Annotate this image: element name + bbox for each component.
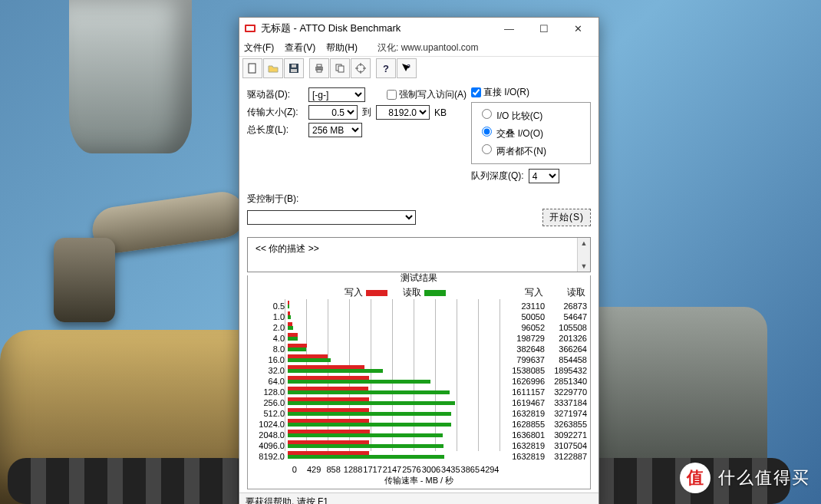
read-value: 105508 — [545, 323, 587, 332]
read-bar — [288, 423, 451, 427]
x-tick: 2147 — [382, 465, 401, 474]
window-title: 无标题 - ATTO Disk Benchmark — [261, 21, 492, 35]
chart-row: 128.016111573229770 — [251, 387, 587, 397]
chart-row: 16.0799637854458 — [251, 354, 587, 365]
value-cell: 96052105508 — [503, 323, 587, 332]
chart-row: 0.52311026873 — [251, 301, 587, 311]
xfer-to-select[interactable]: 8192.0 — [376, 105, 430, 120]
minimize-button[interactable]: — — [492, 20, 526, 37]
force-write-checkbox[interactable]: 强制写入访问(A) — [387, 88, 467, 101]
x-axis-label: 传输速率 - MB / 秒 — [248, 474, 590, 489]
value-cell: 382648366264 — [503, 344, 587, 354]
queue-select[interactable]: 4 — [529, 169, 559, 183]
menu-help[interactable]: 帮助(H) — [326, 41, 358, 54]
value-cell: 16111573229770 — [503, 387, 587, 397]
y-label: 4096.0 — [251, 441, 288, 450]
drive-select[interactable]: [-g-] — [308, 87, 365, 102]
read-value: 26873 — [545, 301, 587, 311]
value-cell: 799637854458 — [503, 355, 587, 364]
x-tick: 1288 — [343, 465, 362, 474]
radio-overlap[interactable]: 交叠 I/O(O) — [478, 124, 584, 141]
scroll-up-icon[interactable]: ▲ — [578, 238, 590, 249]
read-value: 3337184 — [545, 398, 587, 407]
radio-neither[interactable]: 两者都不(N) — [478, 141, 584, 159]
x-tick: 4294 — [480, 465, 500, 474]
controlled-select[interactable] — [247, 210, 416, 225]
bar-cell — [288, 430, 503, 440]
description-text: << 你的描述 >> — [256, 243, 319, 254]
help-button[interactable]: ? — [376, 58, 396, 78]
legend-read-swatch — [424, 290, 446, 296]
direct-io-checkbox[interactable]: 直接 I/O(R) — [471, 84, 591, 102]
read-bar — [288, 390, 450, 394]
y-label: 128.0 — [251, 387, 288, 397]
title-bar[interactable]: 无标题 - ATTO Disk Benchmark — ☐ ✕ — [239, 18, 598, 39]
radio-compare[interactable]: I/O 比较(C) — [478, 106, 584, 124]
menu-view[interactable]: 查看(V) — [285, 41, 315, 54]
chart-row: 64.016269962851340 — [251, 376, 587, 387]
read-bar — [288, 315, 291, 319]
y-label: 1024.0 — [251, 420, 288, 429]
close-button[interactable]: ✕ — [561, 20, 595, 37]
y-label: 64.0 — [251, 377, 288, 386]
scroll-down-icon[interactable]: ▼ — [578, 261, 590, 272]
len-select[interactable]: 256 MB — [308, 123, 362, 137]
maximize-button[interactable]: ☐ — [526, 20, 561, 37]
write-value: 1632819 — [503, 452, 545, 461]
target-button[interactable] — [351, 58, 371, 78]
read-value: 2851340 — [545, 377, 587, 386]
y-label: 0.5 — [251, 301, 288, 311]
svg-rect-4 — [291, 69, 297, 72]
y-label: 8192.0 — [251, 452, 288, 461]
write-value: 1626996 — [503, 377, 545, 386]
xfer-from-select[interactable]: 0.5 — [308, 105, 358, 120]
x-tick: 429 — [304, 465, 323, 474]
bar-cell — [288, 333, 503, 344]
app-window: 无标题 - ATTO Disk Benchmark — ☐ ✕ 文件(F) 查看… — [239, 17, 599, 504]
value-cell: 16194673337184 — [503, 398, 587, 407]
y-label: 8.0 — [251, 344, 288, 354]
x-axis-ticks: 042985812881717214725763006343538654294 — [285, 465, 500, 474]
read-bar — [288, 401, 455, 405]
y-label: 2048.0 — [251, 430, 288, 440]
read-bar — [288, 305, 289, 308]
write-value: 1611157 — [503, 387, 545, 397]
read-bar — [288, 369, 383, 373]
print-button[interactable] — [309, 58, 329, 78]
svg-rect-7 — [317, 64, 321, 67]
bar-cell — [288, 451, 503, 462]
desc-scrollbar[interactable]: ▲ ▼ — [577, 238, 590, 272]
xfer-label: 传输大小(Z): — [247, 106, 304, 119]
new-button[interactable] — [242, 58, 262, 78]
y-label: 512.0 — [251, 409, 288, 418]
write-value: 1619467 — [503, 398, 545, 407]
write-value: 1538085 — [503, 366, 545, 375]
x-tick: 1717 — [363, 465, 382, 474]
read-bar — [288, 337, 298, 341]
save-button[interactable] — [284, 58, 304, 78]
read-bar — [288, 380, 430, 384]
description-box[interactable]: << 你的描述 >> ▲ ▼ — [247, 237, 591, 272]
read-value: 3229770 — [545, 387, 587, 397]
read-bar — [288, 433, 443, 437]
copy-button[interactable] — [330, 58, 350, 78]
menu-bar: 文件(F) 查看(V) 帮助(H) 汉化: www.upantool.com — [239, 39, 598, 56]
menu-file[interactable]: 文件(F) — [244, 41, 274, 54]
force-write-input[interactable] — [387, 90, 397, 100]
open-button[interactable] — [263, 58, 283, 78]
options-panel: 驱动器(D): [-g-] 强制写入访问(A) 传输大小(Z): 0.5 到 8… — [239, 80, 598, 234]
write-value: 1636801 — [503, 430, 545, 440]
bar-cell — [288, 387, 503, 397]
write-value: 198729 — [503, 334, 545, 343]
start-button[interactable]: 开始(S) — [542, 209, 591, 226]
chart-row: 4.0198729201326 — [251, 333, 587, 344]
chart-row: 32.015380851895432 — [251, 365, 587, 376]
direct-io-input[interactable] — [471, 87, 481, 97]
legend-read: 读取 — [403, 286, 446, 299]
context-help-button[interactable]: ? — [397, 58, 417, 78]
bar-cell — [288, 322, 503, 333]
xfer-unit: KB — [434, 107, 447, 118]
svg-rect-10 — [338, 66, 344, 72]
col-read: 读取 — [543, 286, 585, 299]
read-value: 3092271 — [545, 430, 587, 440]
